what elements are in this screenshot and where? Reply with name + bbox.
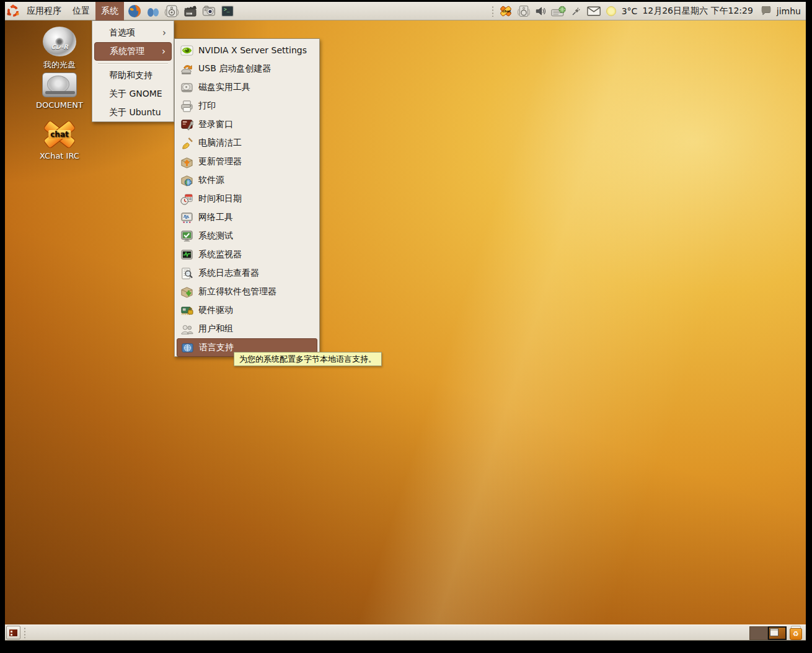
plug-icon[interactable]	[571, 6, 582, 17]
menu-item-about-ubuntu[interactable]: 关于 Ubuntu	[94, 103, 172, 122]
software-sources-icon	[180, 174, 193, 187]
log-viewer-icon	[180, 267, 193, 280]
speaker-box-icon[interactable]	[518, 5, 530, 17]
update-manager-icon	[180, 156, 193, 169]
menu-item-login-window[interactable]: 登录窗口	[177, 115, 317, 134]
menu-item-administration[interactable]: 系统管理 ›	[94, 42, 172, 61]
weather-sun-icon[interactable]	[606, 6, 617, 17]
menu-item-usb-creator[interactable]: USB 启动盘创建器	[177, 59, 317, 78]
clock-date[interactable]: 12月26日星期六 下午12:29	[642, 6, 752, 17]
chat-bubble-icon[interactable]	[761, 6, 772, 16]
menu-item-users-groups[interactable]: 用户和组	[177, 320, 317, 338]
menu-system[interactable]: 系统	[95, 2, 124, 20]
desktop-icon-label: XChat IRC	[31, 151, 88, 160]
menu-item-about-gnome[interactable]: 关于 GNOME	[94, 85, 172, 103]
svg-text:chat: chat	[502, 9, 511, 13]
submenu-arrow-icon: ›	[162, 46, 165, 57]
menu-item-preferences[interactable]: 首选项 ›	[94, 24, 172, 42]
workspace-switcher	[749, 626, 787, 640]
menu-item-help[interactable]: 帮助和支持	[94, 66, 172, 85]
xchat-badge: chat	[48, 130, 71, 139]
tooltip: 为您的系统配置多字节本地语言支持。	[234, 352, 382, 366]
menu-item-printing[interactable]: 打印	[177, 97, 317, 115]
janitor-broom-icon	[180, 137, 193, 150]
workspace-1[interactable]	[749, 626, 768, 640]
desktop-icon-xchat[interactable]: chat XChat IRC	[31, 121, 88, 160]
menu-applications[interactable]: 应用程序	[21, 2, 67, 20]
mail-envelope-icon[interactable]	[587, 6, 601, 16]
cd-badge: CD-R	[43, 43, 76, 50]
weather-temperature[interactable]: 3°C	[622, 6, 638, 16]
bottom-panel: ♻	[5, 625, 806, 641]
menu-item-disk-utility[interactable]: 磁盘实用工具	[177, 78, 317, 97]
desktop-icon-label: 我的光盘	[31, 59, 88, 71]
terminal-icon[interactable]: >_	[219, 3, 236, 19]
menu-item-time-date[interactable]: 28 时间和日期	[177, 190, 317, 208]
xchat-tray-icon[interactable]: chat	[499, 4, 513, 18]
xchat-icon: chat	[43, 121, 76, 148]
menu-item-update-manager[interactable]: 更新管理器	[177, 152, 317, 171]
time-date-icon: 28	[180, 193, 193, 206]
menu-item-hardware-drivers[interactable]: 硬件驱动	[177, 301, 317, 320]
launcher-bar: >_	[126, 3, 236, 19]
desktop-icon-document[interactable]: DOCUMENT	[31, 72, 88, 110]
menu-separator	[98, 63, 168, 64]
harddisk-icon	[42, 72, 77, 97]
printer-icon	[180, 100, 193, 113]
menu-item-log-viewer[interactable]: 系统日志查看器	[177, 264, 317, 283]
hardware-drivers-icon	[180, 304, 193, 317]
users-groups-icon	[180, 323, 193, 336]
video-editor-icon[interactable]	[182, 3, 198, 19]
submenu-arrow-icon: ›	[162, 27, 166, 38]
menu-item-software-sources[interactable]: 软件源	[177, 171, 317, 190]
menu-places[interactable]: 位置	[67, 2, 95, 20]
system-monitor-icon	[180, 248, 193, 261]
camera-icon[interactable]	[201, 3, 217, 19]
keyboard-globe-icon[interactable]	[551, 5, 566, 17]
show-desktop-button[interactable]	[6, 626, 20, 639]
nvidia-icon	[180, 44, 193, 57]
language-support-icon	[181, 341, 194, 354]
username[interactable]: jimhu	[777, 6, 801, 16]
cdrom-icon: CD-R	[43, 27, 76, 56]
trash-icon[interactable]: ♻	[788, 626, 803, 641]
menu-item-system-testing[interactable]: 系统测试	[177, 227, 317, 245]
svg-text:>_: >_	[224, 7, 230, 12]
menu-item-synaptic[interactable]: 新立得软件包管理器	[177, 283, 317, 301]
system-menu: 首选项 › 系统管理 › 帮助和支持 关于 GNOME 关于 Ubuntu	[92, 20, 174, 122]
menu-item-system-monitor[interactable]: 系统监视器	[177, 245, 317, 264]
window-list-handle[interactable]	[24, 627, 26, 638]
network-tools-icon	[180, 211, 193, 224]
system-testing-icon	[180, 230, 193, 243]
workspace-2[interactable]	[768, 626, 787, 640]
volume-icon[interactable]	[535, 6, 546, 17]
desktop-icon-my-disc[interactable]: CD-R 我的光盘	[31, 27, 88, 71]
disk-utility-icon	[180, 81, 193, 94]
menu-item-nvidia-settings[interactable]: NVIDIA X Server Settings	[177, 41, 317, 59]
login-window-icon	[180, 118, 193, 131]
firefox-icon[interactable]	[126, 3, 143, 19]
desktop-icon-label: DOCUMENT	[31, 100, 88, 110]
ubuntu-logo-icon[interactable]	[5, 3, 21, 19]
usb-creator-icon	[180, 63, 193, 76]
messenger-icon[interactable]	[145, 3, 161, 19]
audio-player-icon[interactable]	[164, 3, 180, 19]
top-panel: 应用程序 位置 系统	[5, 2, 806, 20]
system-tray: chat	[492, 2, 801, 20]
desktop-screen: 应用程序 位置 系统	[5, 2, 806, 641]
menu-item-network-tools[interactable]: 网络工具	[177, 208, 317, 227]
tray-handle[interactable]	[492, 6, 494, 17]
administration-submenu: NVIDIA X Server Settings USB 启动盘创建器 磁盘实用…	[174, 38, 320, 357]
synaptic-icon	[180, 286, 193, 299]
show-desktop-icon	[9, 629, 18, 637]
menu-item-computer-janitor[interactable]: 电脑清洁工	[177, 134, 317, 152]
